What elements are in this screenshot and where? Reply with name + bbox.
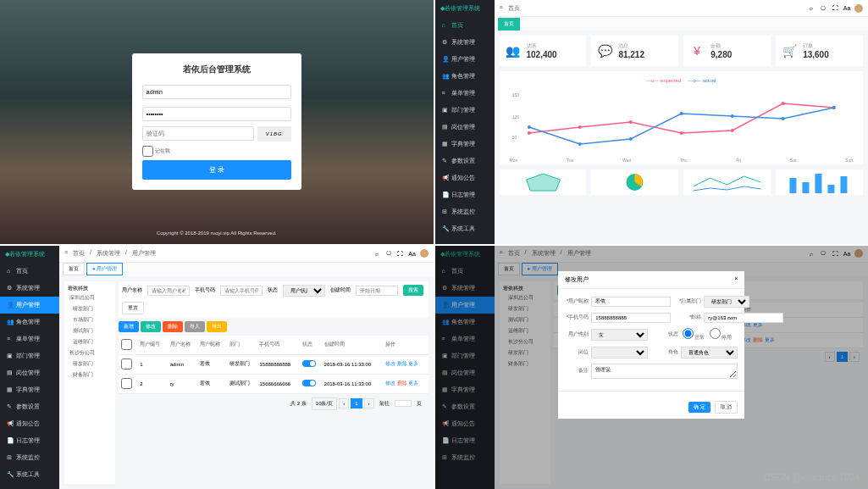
- tree-item[interactable]: 测试部门: [68, 325, 112, 336]
- status-switch[interactable]: [302, 360, 316, 367]
- sidebar-item-log[interactable]: 📄日志管理: [435, 186, 495, 203]
- hamburger-icon[interactable]: ≡: [64, 249, 68, 258]
- fullscreen-icon[interactable]: ⛶: [831, 4, 839, 13]
- sidebar-item-notice[interactable]: 📢通知公告: [0, 415, 59, 432]
- sidebar-item-dept[interactable]: ▣部门管理: [0, 347, 59, 364]
- dept-tree: 若依科技 深圳总公司 研发部门 市场部门 测试部门 运维部门 长沙分公司 研发部…: [64, 281, 115, 485]
- email-input[interactable]: [704, 313, 783, 323]
- sidebar-item-post[interactable]: ▤岗位管理: [435, 119, 495, 136]
- filter-date[interactable]: [356, 286, 398, 296]
- tree-root[interactable]: 若依科技: [68, 285, 112, 292]
- row-checkbox[interactable]: [121, 378, 132, 389]
- table-row: 1admin若依研发部门15888888888 2018-03-16 11:33…: [119, 354, 428, 374]
- sidebar-item-menu[interactable]: ≡菜单管理: [435, 85, 495, 102]
- reset-button[interactable]: 重置: [122, 302, 144, 314]
- tree-item[interactable]: 研发部门: [68, 303, 112, 314]
- sidebar-item-monitor[interactable]: ⊞系统监控: [435, 203, 495, 220]
- row-del[interactable]: 删除: [397, 361, 407, 366]
- ok-button[interactable]: 确 定: [688, 402, 710, 413]
- sex-select[interactable]: 女: [591, 329, 648, 341]
- tree-item[interactable]: 长沙分公司: [68, 347, 112, 358]
- sidebar-item-menu[interactable]: ≡菜单管理: [0, 331, 59, 347]
- login-button[interactable]: 登 录: [142, 160, 291, 180]
- sidebar-item-monitor[interactable]: ⊞系统监控: [0, 449, 59, 466]
- search-button[interactable]: 搜索: [403, 285, 423, 296]
- tree-item[interactable]: 财务部门: [68, 370, 112, 381]
- hamburger-icon[interactable]: ≡: [500, 4, 503, 13]
- dept-select[interactable]: 研发部门: [704, 296, 749, 308]
- size-icon[interactable]: Aa: [408, 249, 417, 258]
- sidebar-item-role[interactable]: 👥角色管理: [435, 68, 495, 85]
- perpage-select[interactable]: 10条/页: [312, 397, 337, 410]
- nick-input[interactable]: [591, 297, 671, 307]
- row-edit[interactable]: 修改: [385, 381, 395, 386]
- tree-item[interactable]: 市场部门: [68, 314, 112, 325]
- prev-page[interactable]: ‹: [339, 398, 349, 408]
- sidebar-item-home[interactable]: ⌂首页: [435, 17, 495, 34]
- sidebar-item-dict[interactable]: ▦字典管理: [435, 136, 495, 153]
- sidebar-item-param[interactable]: ✎参数设置: [0, 398, 59, 415]
- add-button[interactable]: 新增: [119, 321, 139, 332]
- next-page[interactable]: ›: [364, 398, 374, 408]
- captcha-input[interactable]: [142, 126, 254, 141]
- edit-button[interactable]: 修改: [141, 321, 161, 332]
- svg-point-8: [781, 102, 784, 105]
- captcha-image[interactable]: V1BG: [257, 126, 291, 142]
- sidebar-item-post[interactable]: ▤岗位管理: [0, 364, 59, 381]
- filter-status[interactable]: 用户状态: [283, 285, 325, 297]
- avatar[interactable]: [854, 4, 863, 13]
- import-button[interactable]: 导入: [185, 321, 205, 332]
- password-input[interactable]: [142, 107, 291, 121]
- page-1[interactable]: 1: [351, 398, 362, 408]
- sidebar-item-notice[interactable]: 📢通知公告: [435, 169, 495, 186]
- sidebar-item-dict[interactable]: ▦字典管理: [0, 381, 59, 398]
- sidebar-item-system[interactable]: ⚙系统管理: [0, 280, 59, 297]
- sidebar-item-tool[interactable]: 🔧系统工具: [435, 220, 495, 237]
- filter-name[interactable]: [147, 286, 190, 296]
- phone-input[interactable]: [591, 313, 671, 323]
- sidebar-item-system[interactable]: ⚙系统管理: [435, 34, 495, 51]
- sidebar-item-home[interactable]: ⌂首页: [0, 263, 59, 280]
- github-icon[interactable]: ⎔: [819, 4, 827, 13]
- sidebar-item-tool[interactable]: 🔧系统工具: [0, 466, 59, 483]
- export-button[interactable]: 导出: [207, 321, 227, 332]
- post-select[interactable]: [591, 347, 648, 358]
- delete-button[interactable]: 删除: [163, 321, 183, 332]
- avatar[interactable]: [420, 249, 428, 258]
- search-icon[interactable]: ⌕: [373, 249, 381, 258]
- tree-item[interactable]: 研发部门: [68, 358, 112, 370]
- tab-user[interactable]: ● 用户管理: [86, 263, 123, 275]
- username-input[interactable]: [142, 85, 291, 99]
- remember-checkbox[interactable]: 记住我: [142, 146, 291, 157]
- row-edit[interactable]: 修改: [385, 361, 395, 366]
- status-stop[interactable]: 停用: [708, 328, 732, 342]
- tab-home[interactable]: 首页: [498, 18, 520, 31]
- sidebar-item-dept[interactable]: ▣部门管理: [435, 102, 495, 119]
- role-select[interactable]: 普通角色: [681, 347, 738, 358]
- tree-item[interactable]: 深圳总公司: [68, 292, 112, 303]
- filter-phone[interactable]: [220, 286, 263, 296]
- size-icon[interactable]: Aa: [843, 4, 851, 13]
- search-icon[interactable]: ⌕: [807, 4, 815, 13]
- sidebar-item-user[interactable]: 👤用户管理: [435, 51, 495, 68]
- row-more[interactable]: 更多: [408, 381, 418, 386]
- fullscreen-icon[interactable]: ⛶: [396, 249, 405, 258]
- goto-input[interactable]: [395, 400, 412, 407]
- sidebar-item-user[interactable]: 👤用户管理: [0, 297, 59, 314]
- sidebar-item-role[interactable]: 👥角色管理: [0, 314, 59, 331]
- cancel-button[interactable]: 取 消: [715, 401, 738, 414]
- tree-item[interactable]: 运维部门: [68, 336, 112, 347]
- sidebar-item-param[interactable]: ✎参数设置: [435, 153, 495, 169]
- tab-home[interactable]: 首页: [63, 263, 85, 275]
- select-all[interactable]: [121, 339, 132, 350]
- svg-point-5: [628, 120, 632, 124]
- sidebar-item-log[interactable]: 📄日志管理: [0, 432, 59, 449]
- github-icon[interactable]: ⎔: [384, 249, 393, 258]
- status-normal[interactable]: 正常: [681, 328, 705, 342]
- remark-textarea[interactable]: 管理员: [591, 364, 738, 379]
- row-del[interactable]: 删除: [397, 381, 407, 386]
- status-switch[interactable]: [302, 380, 316, 386]
- close-icon[interactable]: ×: [734, 275, 738, 284]
- row-checkbox[interactable]: [121, 358, 132, 370]
- row-more[interactable]: 更多: [408, 361, 418, 366]
